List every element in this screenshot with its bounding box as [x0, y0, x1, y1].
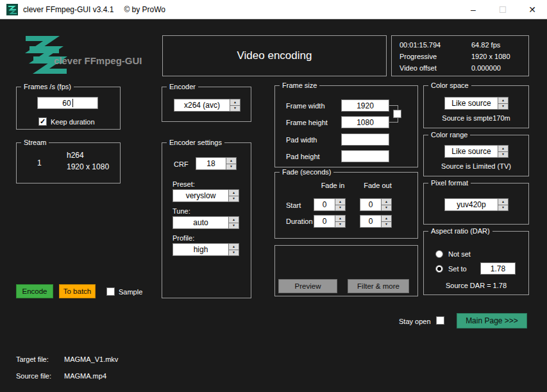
stream-index: 1 — [37, 158, 42, 167]
spin-up-icon[interactable]: ▲ — [382, 198, 392, 205]
color-range-select[interactable]: Like source ▲ ▼ — [444, 145, 509, 158]
profile-value[interactable]: high — [173, 243, 229, 256]
preset-value[interactable]: veryslow — [173, 189, 229, 202]
spin-down-icon[interactable]: ▼ — [226, 164, 237, 171]
crf-value[interactable]: 18 — [196, 157, 226, 170]
spinner-buttons: ▲ ▼ — [498, 145, 509, 158]
aspect-ratio-title: Aspect ratio (DAR) — [428, 226, 492, 236]
profile-select[interactable]: high ▲ ▼ — [173, 243, 239, 256]
fade-duration-out-value[interactable]: 0 — [360, 215, 382, 228]
spin-up-icon[interactable]: ▲ — [335, 198, 346, 205]
spin-down-icon[interactable]: ▼ — [335, 222, 346, 228]
spin-up-icon[interactable]: ▲ — [229, 243, 239, 250]
info-timecode: 00:01:15.794 — [400, 41, 441, 49]
spin-down-icon[interactable]: ▼ — [335, 205, 346, 212]
stay-open-checkbox[interactable] — [436, 316, 444, 325]
spinner-buttons: ▲ ▼ — [230, 99, 240, 112]
spin-down-icon[interactable]: ▼ — [498, 152, 509, 158]
color-space-select[interactable]: Like source ▲ ▼ — [444, 97, 509, 110]
color-space-source-note: Source is smpte170m — [424, 114, 528, 122]
preview-button[interactable]: Preview — [278, 279, 337, 293]
video-info-box: 00:01:15.794 64.82 fps Progressive 1920 … — [391, 35, 529, 76]
frame-width-input[interactable] — [341, 99, 389, 112]
frame-link-checkbox[interactable] — [393, 110, 401, 118]
to-batch-button[interactable]: To batch — [59, 284, 96, 298]
dar-input[interactable] — [480, 262, 516, 275]
encoder-group-title: Encoder — [167, 82, 198, 92]
dar-source-note: Source DAR = 1.78 — [424, 282, 528, 289]
stream-resolution: 1920 x 1080 — [67, 162, 109, 171]
maximize-icon: ☐ — [488, 0, 518, 19]
color-space-value[interactable]: Like source — [444, 97, 498, 110]
spin-up-icon[interactable]: ▲ — [229, 216, 239, 223]
spin-up-icon[interactable]: ▲ — [382, 215, 392, 222]
spin-down-icon[interactable]: ▼ — [229, 196, 239, 203]
spin-up-icon[interactable]: ▲ — [498, 97, 509, 104]
filter-more-button[interactable]: Filter & more — [348, 279, 409, 293]
tune-select[interactable]: auto ▲ ▼ — [173, 216, 239, 229]
page-title-box: Video encoding — [162, 35, 387, 76]
encoder-value[interactable]: x264 (avc) — [174, 99, 230, 112]
frame-height-input[interactable] — [341, 116, 389, 128]
window-title: clever FFmpeg-GUI v3.4.1 — [23, 5, 114, 14]
spin-down-icon[interactable]: ▼ — [229, 250, 239, 257]
fade-duration-in-value[interactable]: 0 — [314, 215, 335, 228]
text-caret — [72, 99, 73, 107]
encode-button[interactable]: Encode — [16, 284, 53, 298]
set-to-radio[interactable] — [435, 265, 443, 273]
sample-checkbox[interactable] — [106, 287, 115, 296]
pad-height-label: Pad height — [286, 153, 320, 160]
stream-group-title: Stream — [21, 138, 49, 148]
frame-size-title: Frame size — [280, 81, 319, 90]
frame-size-group: Frame size Frame width Frame height Pad … — [274, 85, 418, 167]
keep-duration-checkbox[interactable]: ✓ — [38, 117, 47, 126]
fade-start-out-value[interactable]: 0 — [360, 198, 382, 211]
fade-start-in-value[interactable]: 0 — [314, 198, 335, 211]
color-range-value[interactable]: Like source — [444, 145, 498, 158]
tune-value[interactable]: auto — [173, 216, 229, 229]
spin-down-icon[interactable]: ▼ — [382, 222, 392, 228]
fps-input[interactable]: 60 — [37, 97, 98, 109]
pixel-format-title: Pixel format — [428, 178, 471, 188]
pad-height-input[interactable] — [341, 150, 389, 162]
fade-start-in-stepper[interactable]: 0 ▲ ▼ — [314, 198, 346, 211]
check-icon: ✓ — [40, 118, 46, 125]
spinner-buttons: ▲ ▼ — [498, 198, 509, 211]
main-page-button[interactable]: Main Page >>> — [457, 313, 527, 328]
spin-up-icon[interactable]: ▲ — [226, 157, 237, 164]
crf-stepper[interactable]: 18 ▲ ▼ — [196, 157, 237, 170]
spin-up-icon[interactable]: ▲ — [335, 215, 346, 222]
pad-width-input[interactable] — [341, 133, 389, 146]
pixel-format-select[interactable]: yuv420p ▲ ▼ — [444, 198, 509, 211]
keep-duration-label: Keep duration — [51, 118, 95, 126]
spin-down-icon[interactable]: ▼ — [498, 205, 509, 212]
spin-down-icon[interactable]: ▼ — [229, 223, 239, 230]
fade-start-out-stepper[interactable]: 0 ▲ ▼ — [360, 198, 392, 211]
preset-select[interactable]: veryslow ▲ ▼ — [173, 189, 239, 202]
encoder-select[interactable]: x264 (avc) ▲ ▼ — [174, 99, 240, 112]
spin-up-icon[interactable]: ▲ — [498, 198, 509, 205]
not-set-radio[interactable] — [435, 250, 443, 258]
spinner-buttons: ▲ ▼ — [382, 215, 392, 228]
minimize-icon[interactable]: – — [459, 0, 488, 19]
spin-up-icon[interactable]: ▲ — [498, 145, 509, 152]
pixel-format-value[interactable]: yuv420p — [444, 198, 498, 211]
spinner-buttons: ▲ ▼ — [229, 216, 239, 229]
spin-up-icon[interactable]: ▲ — [230, 99, 240, 106]
spin-down-icon[interactable]: ▼ — [230, 106, 240, 112]
spin-down-icon[interactable]: ▼ — [498, 104, 509, 110]
close-icon[interactable]: ✕ — [518, 0, 547, 19]
spin-up-icon[interactable]: ▲ — [229, 189, 239, 196]
source-file-label: Source file: — [16, 372, 51, 380]
fade-duration-out-stepper[interactable]: 0 ▲ ▼ — [360, 215, 392, 228]
spin-down-icon[interactable]: ▼ — [382, 205, 392, 212]
fps-value: 60 — [62, 99, 71, 108]
window-controls: – ☐ ✕ — [459, 0, 547, 19]
color-space-title: Color space — [428, 81, 471, 90]
app-logo-text: clever FFmpeg-GUI — [54, 55, 142, 66]
tune-label: Tune: — [173, 207, 190, 215]
profile-label: Profile: — [173, 234, 194, 242]
fade-duration-in-stepper[interactable]: 0 ▲ ▼ — [314, 215, 346, 228]
sample-label: Sample — [119, 288, 142, 296]
spinner-buttons: ▲ ▼ — [382, 198, 392, 211]
